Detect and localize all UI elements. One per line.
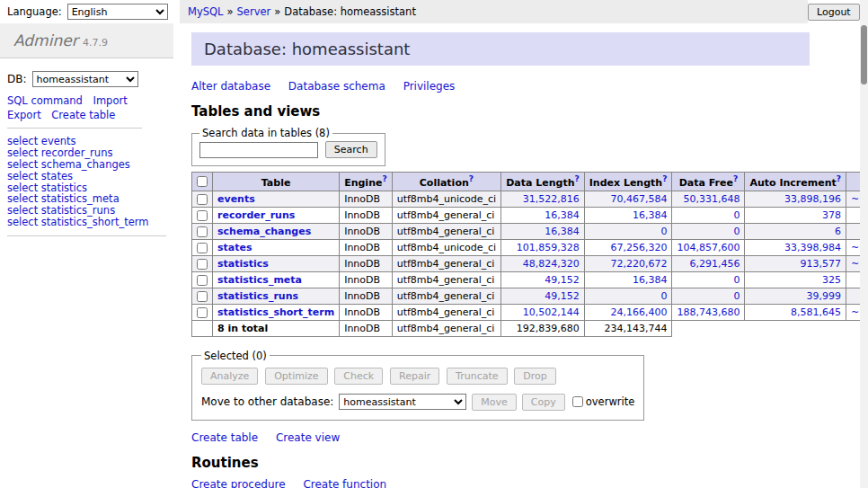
- row-select-checkbox[interactable]: [197, 194, 208, 205]
- optimize-button[interactable]: Optimize: [265, 368, 327, 385]
- table-name-link[interactable]: states: [217, 242, 252, 253]
- data-free-link[interactable]: 0: [733, 290, 740, 302]
- index-length-link[interactable]: 0: [660, 226, 667, 237]
- data-length-link[interactable]: 49,152: [545, 274, 580, 286]
- table-name-link[interactable]: statistics_runs: [217, 290, 298, 302]
- create-function-link[interactable]: Create function: [303, 478, 386, 488]
- app-name-link[interactable]: Adminer: [13, 31, 78, 49]
- help-link[interactable]: ?: [382, 174, 386, 183]
- create-view-link[interactable]: Create view: [276, 431, 340, 444]
- row-select-checkbox[interactable]: [197, 275, 208, 286]
- language-select[interactable]: English: [67, 4, 168, 20]
- index-length-link[interactable]: 16,384: [633, 274, 668, 286]
- table-name-link[interactable]: statistics_short_term: [217, 306, 334, 318]
- select-all-checkbox[interactable]: [197, 176, 208, 187]
- auto-increment-link[interactable]: 8,581,645: [791, 306, 841, 318]
- data-length-link[interactable]: 48,824,320: [523, 258, 580, 270]
- help-link[interactable]: ?: [733, 174, 738, 183]
- index-length-link[interactable]: 72,220,672: [610, 258, 667, 270]
- data-length-link[interactable]: 16,384: [545, 209, 580, 221]
- overwrite-checkbox[interactable]: [572, 396, 583, 407]
- data-free-link[interactable]: 188,743,680: [677, 306, 740, 318]
- help-link[interactable]: ?: [469, 174, 474, 183]
- move-button[interactable]: Move: [472, 394, 517, 411]
- vertical-scrollbar[interactable]: [860, 0, 868, 488]
- move-db-select[interactable]: homeassistant: [339, 394, 466, 410]
- routines-heading: Routines: [191, 455, 810, 471]
- create-table-link[interactable]: Create table: [191, 431, 258, 444]
- table-name-link[interactable]: statistics_meta: [217, 274, 302, 286]
- drop-button[interactable]: Drop: [514, 368, 555, 385]
- data-free-link[interactable]: 0: [733, 274, 740, 286]
- truncate-button[interactable]: Truncate: [447, 368, 507, 385]
- search-input[interactable]: [199, 142, 318, 158]
- auto-increment-link[interactable]: 325: [822, 274, 841, 286]
- table-name-link[interactable]: recorder_runs: [217, 209, 295, 221]
- totals-index-length: 234,143,744: [584, 320, 672, 336]
- repair-button[interactable]: Repair: [390, 368, 439, 385]
- data-free-link[interactable]: 0: [733, 226, 740, 237]
- logout-button[interactable]: Logout: [808, 4, 860, 21]
- table-link[interactable]: statistics_short_term: [41, 216, 149, 228]
- import-link[interactable]: Import: [93, 94, 127, 107]
- auto-increment-link[interactable]: 33,398,984: [784, 242, 841, 253]
- help-link[interactable]: ?: [837, 174, 841, 183]
- create-table-sidebar-link[interactable]: Create table: [51, 109, 115, 121]
- alter-database-link[interactable]: Alter database: [191, 80, 270, 93]
- scrollbar-thumb[interactable]: [861, 25, 867, 84]
- help-link[interactable]: ?: [662, 174, 667, 183]
- database-schema-link[interactable]: Database schema: [288, 80, 385, 93]
- data-length-link[interactable]: 10,502,144: [523, 306, 580, 318]
- check-button[interactable]: Check: [334, 368, 383, 385]
- page-title: Database: homeassistant: [191, 32, 810, 66]
- auto-increment-link[interactable]: 378: [822, 209, 841, 221]
- row-select-checkbox[interactable]: [197, 307, 208, 318]
- tables-tbody: events InnoDB utf8mb4_unicode_ci 31,522,…: [192, 191, 868, 320]
- index-length-link[interactable]: 67,256,320: [610, 242, 667, 253]
- analyze-button[interactable]: Analyze: [201, 368, 258, 385]
- row-select-checkbox[interactable]: [197, 291, 208, 302]
- breadcrumb-separator: »: [274, 5, 280, 18]
- data-length-link[interactable]: 31,522,816: [523, 193, 580, 205]
- app-version: 4.7.9: [83, 37, 108, 49]
- app-logo: Adminer 4.7.9: [0, 23, 173, 58]
- help-link[interactable]: ?: [574, 174, 579, 183]
- row-select-checkbox[interactable]: [197, 210, 208, 221]
- row-select-checkbox[interactable]: [197, 226, 208, 237]
- data-length-link[interactable]: 101,859,328: [517, 242, 580, 253]
- data-length-link[interactable]: 16,384: [545, 226, 580, 237]
- index-length-link[interactable]: 0: [660, 290, 667, 302]
- row-select-checkbox[interactable]: [197, 259, 208, 270]
- create-procedure-link[interactable]: Create procedure: [191, 478, 286, 488]
- data-free-link[interactable]: 0: [733, 209, 740, 221]
- auto-increment-link[interactable]: 6: [835, 226, 841, 237]
- table-name-link[interactable]: statistics: [217, 258, 269, 270]
- engine-cell: InnoDB: [340, 239, 393, 255]
- tables-table: Table Engine? Collation? Data Length? In…: [191, 172, 868, 337]
- data-free-link[interactable]: 104,857,600: [677, 242, 740, 253]
- sidebar-table-item: select statistics_short_term: [7, 217, 166, 228]
- data-length-link[interactable]: 49,152: [545, 290, 580, 302]
- row-select-checkbox[interactable]: [197, 243, 208, 253]
- sql-command-link[interactable]: SQL command: [7, 94, 83, 107]
- export-link[interactable]: Export: [7, 109, 41, 121]
- index-length-link[interactable]: 24,166,400: [610, 306, 667, 318]
- copy-button[interactable]: Copy: [522, 394, 565, 411]
- table-name-link[interactable]: events: [217, 193, 255, 205]
- index-length-link[interactable]: 16,384: [633, 209, 668, 221]
- select-action-link[interactable]: select: [7, 216, 38, 228]
- table-name-link[interactable]: schema_changes: [217, 226, 311, 237]
- search-legend: Search data in tables (8): [199, 127, 332, 139]
- auto-increment-link[interactable]: 39,999: [806, 290, 841, 302]
- auto-increment-link[interactable]: 33,898,196: [784, 193, 841, 205]
- index-length-link[interactable]: 70,467,584: [610, 193, 667, 205]
- privileges-link[interactable]: Privileges: [403, 80, 456, 93]
- data-free-link[interactable]: 6,291,456: [689, 258, 740, 270]
- engine-cell: InnoDB: [340, 255, 393, 271]
- search-button[interactable]: Search: [325, 141, 377, 158]
- breadcrumb-mysql-link[interactable]: MySQL: [188, 5, 224, 18]
- db-select[interactable]: homeassistant: [32, 71, 138, 87]
- auto-increment-link[interactable]: 913,577: [800, 258, 841, 270]
- breadcrumb-server-link[interactable]: Server: [237, 5, 271, 18]
- data-free-link[interactable]: 50,331,648: [683, 193, 740, 205]
